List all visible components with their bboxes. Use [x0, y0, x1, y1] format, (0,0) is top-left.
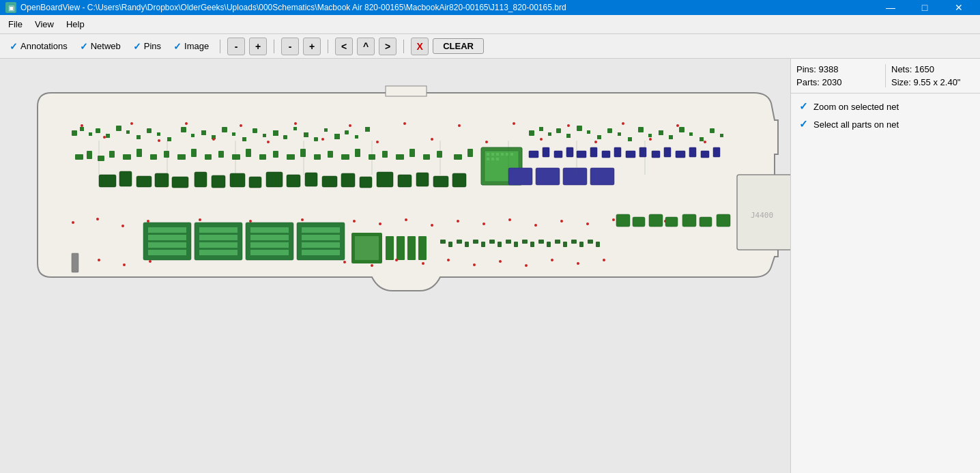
nets-value: 1650	[914, 64, 934, 74]
svg-rect-84	[618, 132, 621, 136]
pins-label: Pins	[144, 41, 161, 51]
svg-point-134	[457, 220, 459, 223]
svg-rect-60	[273, 151, 278, 158]
maximize-button[interactable]: □	[909, 0, 940, 15]
svg-point-107	[403, 122, 406, 125]
zoom-in-button-1[interactable]: +	[249, 38, 267, 55]
size-label: Size:	[891, 77, 911, 87]
svg-rect-170	[602, 151, 610, 158]
svg-rect-39	[314, 137, 318, 141]
svg-rect-162	[433, 176, 448, 187]
svg-rect-53	[177, 154, 186, 160]
menu-file[interactable]: File	[3, 18, 28, 31]
svg-rect-54	[191, 149, 197, 157]
titlebar: ▣ OpenBoardView - C:\Users\Randy\Dropbox…	[0, 0, 980, 15]
menu-help[interactable]: Help	[61, 18, 90, 31]
pcb-board-svg: J4400	[0, 59, 790, 473]
close-button[interactable]: ✕	[943, 0, 975, 15]
svg-rect-9	[501, 153, 504, 156]
svg-rect-82	[597, 135, 601, 139]
svg-rect-179	[713, 147, 720, 157]
svg-rect-157	[341, 173, 355, 187]
svg-rect-91	[689, 132, 693, 136]
svg-point-239	[123, 263, 126, 266]
svg-rect-13	[491, 158, 494, 160]
svg-rect-167	[566, 147, 573, 157]
board-area[interactable]: J4400	[0, 59, 790, 473]
pins-toggle[interactable]: ✓ Pins	[129, 40, 165, 53]
svg-point-111	[513, 122, 515, 125]
svg-point-248	[525, 264, 528, 267]
zoom-in-button-2[interactable]: +	[303, 38, 321, 55]
svg-rect-69	[396, 154, 404, 160]
svg-rect-21	[126, 130, 130, 134]
menubar: File View Help	[0, 15, 980, 34]
svg-rect-23	[147, 128, 152, 133]
svg-point-247	[499, 260, 502, 263]
svg-rect-6	[487, 153, 489, 156]
svg-rect-38	[304, 132, 308, 137]
zoom-out-button-2[interactable]: -	[281, 38, 299, 55]
svg-rect-75	[529, 130, 534, 136]
svg-point-117	[676, 124, 679, 127]
svg-rect-68	[382, 151, 388, 158]
svg-rect-176	[676, 151, 685, 158]
size-stat: Size: 9.55 x 2.40"	[891, 77, 975, 87]
svg-rect-81	[587, 130, 590, 134]
svg-rect-83	[607, 128, 612, 133]
svg-text:J4400: J4400	[751, 211, 773, 220]
nav-right-button[interactable]: >	[379, 38, 397, 55]
stats-right: Nets: 1650 Size: 9.55 x 2.40"	[891, 64, 975, 87]
size-value: 9.55 x 2.40"	[914, 77, 961, 87]
svg-rect-193	[199, 235, 237, 240]
pins-value: 9388	[819, 64, 839, 74]
svg-point-139	[586, 223, 589, 225]
nav-left-button[interactable]: <	[335, 38, 353, 55]
image-toggle[interactable]: ✓ Image	[169, 40, 213, 53]
svg-rect-1	[386, 86, 427, 96]
svg-rect-197	[250, 235, 289, 240]
svg-rect-48	[109, 151, 115, 158]
zoom-on-net-checkmark: ✓	[799, 100, 808, 113]
x-button[interactable]: X	[411, 38, 429, 55]
netweb-toggle[interactable]: ✓ Netweb	[76, 40, 125, 53]
svg-rect-200	[302, 227, 340, 233]
svg-rect-202	[302, 242, 340, 248]
options-area: ✓ Zoom on selected net ✓ Select all part…	[791, 94, 980, 137]
svg-point-121	[121, 225, 124, 227]
svg-rect-31	[232, 132, 235, 136]
svg-rect-90	[679, 127, 684, 132]
svg-rect-30	[222, 127, 227, 132]
zoom-on-net-option[interactable]: ✓ Zoom on selected net	[799, 100, 972, 113]
svg-rect-209	[355, 236, 379, 260]
nav-up-button[interactable]: ^	[357, 38, 375, 55]
svg-rect-74	[467, 149, 473, 157]
svg-rect-172	[626, 151, 635, 158]
svg-rect-57	[232, 154, 240, 160]
svg-rect-43	[355, 135, 358, 139]
svg-rect-145	[119, 171, 132, 186]
svg-rect-169	[590, 147, 597, 157]
menu-view[interactable]: View	[29, 18, 59, 31]
svg-rect-163	[452, 173, 466, 187]
svg-rect-222	[538, 240, 544, 244]
svg-point-138	[560, 220, 563, 223]
svg-rect-233	[665, 217, 678, 227]
clear-button[interactable]: CLEAR	[433, 38, 484, 54]
svg-rect-211	[448, 242, 452, 247]
svg-rect-71	[423, 154, 430, 160]
select-parts-on-net-option[interactable]: ✓ Select all parts on net	[799, 118, 972, 130]
minimize-button[interactable]: —	[875, 0, 906, 15]
svg-rect-33	[253, 128, 257, 133]
svg-point-95	[81, 124, 83, 127]
svg-rect-11	[510, 153, 513, 156]
svg-rect-175	[664, 147, 671, 157]
svg-point-97	[130, 122, 133, 125]
zoom-out-button-1[interactable]: -	[227, 38, 245, 55]
svg-point-112	[540, 138, 543, 141]
svg-point-118	[704, 141, 706, 143]
svg-rect-164	[529, 151, 538, 158]
svg-rect-158	[360, 177, 372, 188]
annotations-toggle[interactable]: ✓ Annotations	[5, 40, 72, 53]
svg-rect-235	[700, 217, 712, 227]
